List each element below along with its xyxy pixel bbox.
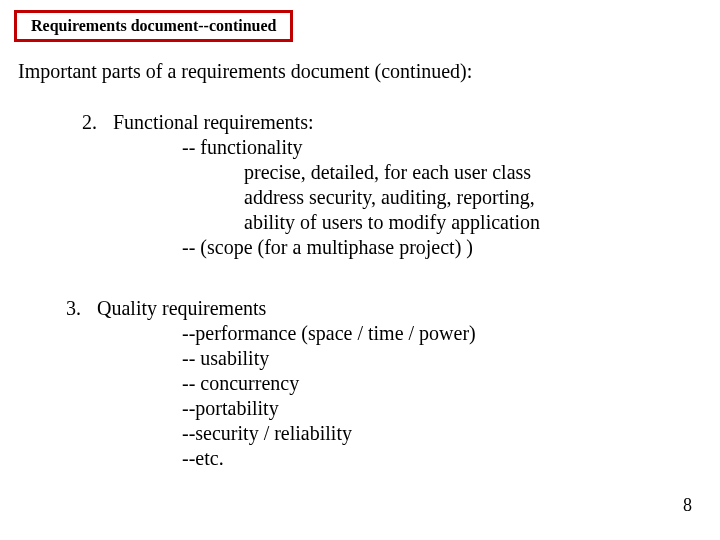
section-3-number: 3. bbox=[66, 296, 92, 321]
section-3-line-5: --security / reliability bbox=[66, 421, 476, 446]
section-3-line-1: --performance (space / time / power) bbox=[66, 321, 476, 346]
section-2-detail-1: precise, detailed, for each user class bbox=[82, 160, 540, 185]
section-2-detail-2: address security, auditing, reporting, bbox=[82, 185, 540, 210]
section-2-sub-functionality: -- functionality bbox=[82, 135, 540, 160]
section-3-line-4: --portability bbox=[66, 396, 476, 421]
section-2-title: Functional requirements: bbox=[113, 111, 314, 133]
section-3-line-2: -- usability bbox=[66, 346, 476, 371]
section-3: 3. Quality requirements --performance (s… bbox=[66, 296, 476, 471]
slide-header-box: Requirements document--continued bbox=[14, 10, 293, 42]
section-3-line-3: -- concurrency bbox=[66, 371, 476, 396]
section-3-line-6: --etc. bbox=[66, 446, 476, 471]
slide-header-text: Requirements document--continued bbox=[31, 17, 276, 34]
section-3-title: Quality requirements bbox=[97, 297, 266, 319]
intro-line: Important parts of a requirements docume… bbox=[18, 60, 472, 83]
section-2-sub-scope: -- (scope (for a multiphase project) ) bbox=[82, 235, 540, 260]
section-2: 2. Functional requirements: -- functiona… bbox=[82, 110, 540, 260]
section-2-number: 2. bbox=[82, 110, 108, 135]
section-2-detail-3: ability of users to modify application bbox=[82, 210, 540, 235]
page-number: 8 bbox=[683, 495, 692, 516]
